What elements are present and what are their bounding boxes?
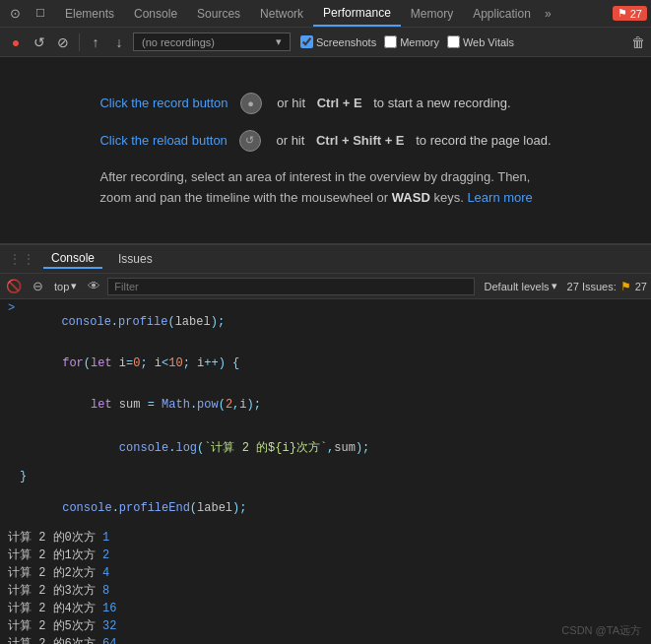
tab-memory[interactable]: Memory [401, 0, 463, 27]
toolbar-divider [79, 33, 80, 51]
wasd-text: WASD [392, 190, 430, 205]
tab-performance[interactable]: Performance [313, 0, 401, 27]
clear-console-button[interactable]: 🚫 [4, 277, 24, 296]
devtools-tabs-bar: ⊙ ☐ Elements Console Sources Network Per… [0, 0, 651, 28]
tab-icons-group: ⊙ ☐ [4, 3, 51, 25]
tab-sources[interactable]: Sources [187, 0, 250, 27]
console-toolbar: 🚫 ⊖ top ▾ 👁 Default levels ▾ 27 Issues: … [0, 274, 651, 299]
record-instruction-pre: Click the record button [99, 96, 228, 110]
record-instruction-end: to start a new recording. [370, 96, 511, 110]
reload-shortcut: Ctrl + Shift + E [316, 133, 405, 148]
tab-issues-panel[interactable]: Issues [110, 250, 161, 268]
performance-toolbar: ● ↺ ⊘ ↑ ↓ (no recordings) ▾ Screenshots … [0, 28, 651, 57]
result-line-4: 计算 2 的4次方 16 [0, 600, 651, 617]
tab-elements[interactable]: Elements [55, 0, 124, 27]
filter-toggle-button[interactable]: ⊖ [28, 277, 47, 296]
web-vitals-checkbox-label[interactable]: Web Vitals [447, 35, 514, 48]
record-instruction-or: or hit [274, 96, 309, 110]
screenshots-checkbox-label[interactable]: Screenshots [300, 35, 376, 48]
reload-icon-inline: ↺ [239, 130, 261, 152]
console-line-5: } [0, 470, 651, 487]
reload-instruction-end: to record the page load. [413, 133, 552, 148]
result-line-0: 计算 2 的0次方 1 [0, 529, 651, 547]
tab-network[interactable]: Network [250, 0, 313, 27]
console-line-6: console.profileEnd(label); [0, 487, 651, 529]
drag-handle-icon[interactable]: ⋮⋮ [8, 251, 35, 267]
result-line-3: 计算 2 的3次方 8 [0, 582, 651, 600]
result-line-2: 计算 2 的2次方 4 [0, 564, 651, 582]
context-arrow-icon: ▾ [71, 280, 77, 292]
console-line-3: let sum = Math.pow(2,i); [0, 384, 651, 425]
default-levels-button[interactable]: Default levels ▾ [479, 279, 563, 293]
reload-instruction-or: or hit [273, 133, 308, 148]
result-line-5: 计算 2 的5次方 32 [0, 617, 651, 635]
record-icon-inline: ● [240, 93, 262, 114]
toolbar-checkboxes: Screenshots Memory Web Vitals [300, 35, 514, 48]
mobile-icon[interactable]: ☐ [30, 3, 51, 25]
reload-instruction: Click the reload button ↺ or hit Ctrl + … [99, 130, 551, 152]
after-recording-text: After recording, select an area of inter… [99, 167, 551, 209]
refresh-record-button[interactable]: ↺ [30, 32, 49, 52]
tabs-overflow-button[interactable]: » [541, 7, 555, 21]
recordings-dropdown[interactable]: (no recordings) ▾ [133, 32, 291, 51]
memory-checkbox[interactable] [384, 35, 397, 48]
clear-button[interactable]: ⊘ [53, 32, 73, 52]
console-line-1: > console.profile(label); [0, 301, 651, 343]
screenshots-checkbox[interactable] [300, 35, 313, 48]
tab-console[interactable]: Console [124, 0, 187, 27]
memory-checkbox-label[interactable]: Memory [384, 35, 439, 48]
prompt-icon: > [8, 301, 15, 315]
record-instruction: Click the record button ● or hit Ctrl + … [99, 93, 551, 114]
result-line-1: 计算 2 的1次方 2 [0, 547, 651, 564]
console-line-2: for(let i=0; i<10; i++) { [0, 343, 651, 384]
watermark: CSDN @TA远方 [561, 623, 641, 638]
pointer-icon[interactable]: ⊙ [4, 3, 26, 25]
result-line-6: 计算 2 的6次方 64 [0, 635, 651, 644]
tab-application[interactable]: Application [463, 0, 541, 27]
record-button[interactable]: ● [6, 32, 26, 52]
trash-button[interactable]: 🗑 [631, 34, 645, 50]
flag-icon: ⚑ [618, 7, 627, 20]
eye-icon-button[interactable]: 👁 [84, 277, 103, 296]
console-filter-input[interactable] [107, 278, 474, 295]
performance-instructions: Click the record button ● or hit Ctrl + … [99, 93, 551, 209]
issues-badge[interactable]: ⚑ 27 [613, 6, 647, 21]
dropdown-arrow-icon: ▾ [276, 35, 282, 48]
learn-more-link[interactable]: Learn more [467, 190, 532, 205]
web-vitals-checkbox[interactable] [447, 35, 460, 48]
console-issues-count: 27 Issues: ⚑ 27 [567, 280, 647, 293]
console-line-4: console.log(`计算 2 的${i}次方`,sum); [0, 425, 651, 470]
performance-content: Click the record button ● or hit Ctrl + … [0, 57, 651, 244]
tab-console-panel[interactable]: Console [43, 249, 102, 269]
download-button[interactable]: ↓ [109, 32, 129, 52]
record-shortcut: Ctrl + E [317, 96, 362, 110]
upload-button[interactable]: ↑ [86, 32, 105, 52]
reload-instruction-pre: Click the reload button [99, 133, 227, 148]
console-output[interactable]: > console.profile(label); for(let i=0; i… [0, 299, 651, 644]
context-selector[interactable]: top ▾ [51, 279, 80, 293]
warning-icon: ⚑ [620, 280, 631, 293]
levels-arrow-icon: ▾ [552, 280, 557, 292]
console-panel-header: ⋮⋮ Console Issues [0, 244, 651, 274]
